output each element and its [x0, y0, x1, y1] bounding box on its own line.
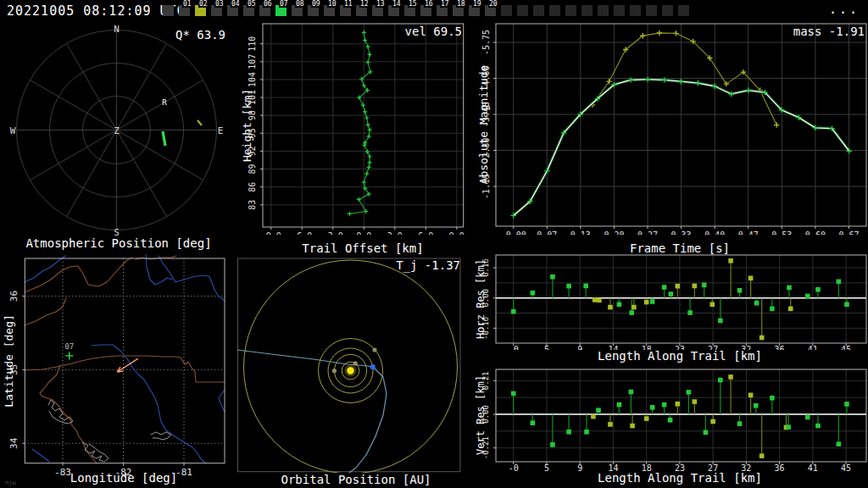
frame-cell-label: 05 [247, 0, 257, 8]
frame-cell-blank-24[interactable] [549, 5, 560, 16]
svg-text:34: 34 [8, 437, 19, 449]
frame-cell-label: 20 [488, 0, 498, 8]
atmospheric-position-plot: NSWEZR [0, 21, 237, 237]
frame-cell-blank-27[interactable] [598, 5, 609, 16]
q-statistic: Q* 63.9 [175, 28, 225, 42]
longitude-axis-label: Longitude [deg] [12, 471, 236, 485]
frame-cell-label: 11 [343, 0, 353, 8]
frame-cell-20[interactable]: 20 [485, 5, 496, 16]
utc-clock: 20221005 08:12:09 UTC [7, 3, 186, 19]
frame-cell-02[interactable]: 02 [195, 5, 206, 16]
svg-text:0.40: 0.40 [704, 230, 725, 235]
frame-cell-label: 08 [295, 0, 305, 8]
atmospheric-position-panel: NSWEZR Q* 63.9 Atmospheric Position [deg… [0, 21, 237, 254]
svg-text:0.13: 0.13 [570, 230, 591, 235]
atmospheric-title: Atmospheric Position [deg] [0, 236, 237, 250]
svg-text:110: 110 [248, 36, 257, 52]
frame-cell-01[interactable]: 01 [179, 5, 190, 16]
svg-text:-6.0: -6.0 [292, 231, 312, 235]
frame-cell-04[interactable]: 04 [227, 5, 238, 16]
frame-cell-label: 03 [214, 0, 225, 8]
svg-text:107: 107 [248, 54, 257, 69]
frame-cell-05[interactable]: 05 [243, 5, 254, 16]
frame-cell-blank-32[interactable] [678, 5, 689, 16]
svg-text:6.0: 6.0 [418, 231, 433, 235]
frame-cell-18[interactable]: 18 [453, 5, 464, 16]
svg-text:-3.0: -3.0 [323, 231, 343, 235]
frame-cell-03[interactable]: 03 [211, 5, 222, 16]
frame-cell-label: 13 [376, 0, 386, 8]
frame-cell-blank-29[interactable] [630, 5, 641, 16]
orbital-position-panel: T_j -1.37 Orbital Position [AU] [237, 254, 475, 488]
frame-cell-14[interactable]: 14 [388, 5, 399, 16]
svg-text:0.67: 0.67 [838, 230, 859, 235]
svg-text:0.0: 0.0 [356, 231, 371, 235]
orbital-position-plot [237, 254, 475, 473]
svg-text:36: 36 [8, 291, 19, 302]
frame-cell-09[interactable]: 09 [308, 5, 319, 16]
horz-length-axis-label: Length Along Trail [km] [493, 349, 866, 363]
svg-text:-9.0: -9.0 [261, 231, 281, 235]
frame-cell-blank-26[interactable] [581, 5, 593, 16]
meteor-analysis-screen: 20221005 08:12:09 UTC 010203040506070809… [0, 0, 868, 488]
frame-cell-label: 16 [424, 0, 434, 8]
velocity-readout: vel 69.5 [405, 25, 462, 38]
ground-map-plot: -83-82-8136353407 [0, 254, 237, 481]
vert-length-axis-label: Length Along Trail [km] [493, 471, 866, 485]
mass-readout: mass -1.91 [793, 25, 865, 38]
svg-text:R: R [162, 98, 167, 107]
frame-cell-blank-31[interactable] [662, 5, 673, 16]
svg-text:0.47: 0.47 [738, 230, 759, 235]
vertical-residuals-panel: -05914182327323641450.210.00-0.21 Vert R… [475, 364, 868, 488]
frame-cell-blank-30[interactable] [646, 5, 657, 16]
frame-cell-blank-23[interactable] [533, 5, 544, 16]
svg-text:83: 83 [248, 200, 257, 210]
overflow-menu-icon[interactable]: ... [829, 2, 860, 17]
frame-cell-19[interactable]: 19 [469, 5, 480, 16]
svg-text:0.07: 0.07 [537, 230, 557, 235]
svg-text:0.33: 0.33 [671, 230, 692, 235]
frame-cell-blank-21[interactable] [501, 5, 512, 16]
vert-res-axis-label: Vert Res [km] [475, 375, 487, 455]
frame-cell-label: 14 [392, 0, 402, 8]
frame-cell-label: 06 [263, 0, 273, 8]
frame-cell-17[interactable]: 17 [437, 5, 448, 16]
frame-cell-13[interactable]: 13 [372, 5, 383, 16]
svg-text:W: W [10, 125, 16, 136]
watermark: njw [5, 480, 16, 486]
svg-text:07: 07 [64, 342, 74, 351]
frame-cell-label: 09 [311, 0, 321, 8]
light-curve-panel: -0.000.070.130.200.270.330.400.470.530.6… [475, 21, 868, 254]
frame-cell-blank-22[interactable] [517, 5, 528, 16]
svg-text:0.53: 0.53 [771, 230, 792, 235]
frame-cell-blank-0[interactable] [163, 5, 174, 16]
magnitude-axis-label: Absolute Magnitude [477, 65, 490, 185]
svg-text:-0.00: -0.00 [501, 230, 526, 235]
height-axis-label: Height [km] [241, 89, 253, 162]
frame-cell-label: 18 [456, 0, 466, 8]
frame-cell-11[interactable]: 11 [340, 5, 351, 16]
horizontal-residuals-panel: -05914182327323641450.160.00-0.16 Horz R… [475, 250, 868, 364]
vertical-residuals-plot: -05914182327323641450.210.00-0.21 [475, 364, 868, 473]
frame-cell-label: 04 [231, 0, 241, 8]
svg-text:0.20: 0.20 [604, 230, 624, 235]
svg-text:86: 86 [248, 182, 257, 192]
frame-cell-08[interactable]: 08 [292, 5, 303, 16]
svg-text:0.60: 0.60 [805, 230, 826, 235]
svg-text:9.0: 9.0 [449, 231, 465, 235]
frame-cell-06[interactable]: 06 [259, 5, 270, 16]
svg-text:-5.75: -5.75 [481, 30, 491, 55]
frame-cell-15[interactable]: 15 [404, 5, 415, 16]
svg-text:89: 89 [248, 164, 257, 175]
frame-cell-label: 01 [182, 0, 192, 8]
frame-cell-16[interactable]: 16 [420, 5, 431, 16]
frame-cell-label: 15 [408, 0, 418, 8]
frame-cell-blank-28[interactable] [614, 5, 625, 16]
frame-cell-blank-25[interactable] [565, 5, 576, 16]
frame-cell-12[interactable]: 12 [356, 5, 367, 16]
frame-cell-label: 19 [472, 0, 482, 8]
trail-offset-panel: -9.0-6.0-3.00.03.06.09.08386899295981011… [237, 21, 475, 254]
frame-cell-10[interactable]: 10 [324, 5, 335, 16]
frame-cell-label: 10 [327, 0, 337, 8]
frame-cell-07[interactable]: 07 [275, 5, 287, 16]
